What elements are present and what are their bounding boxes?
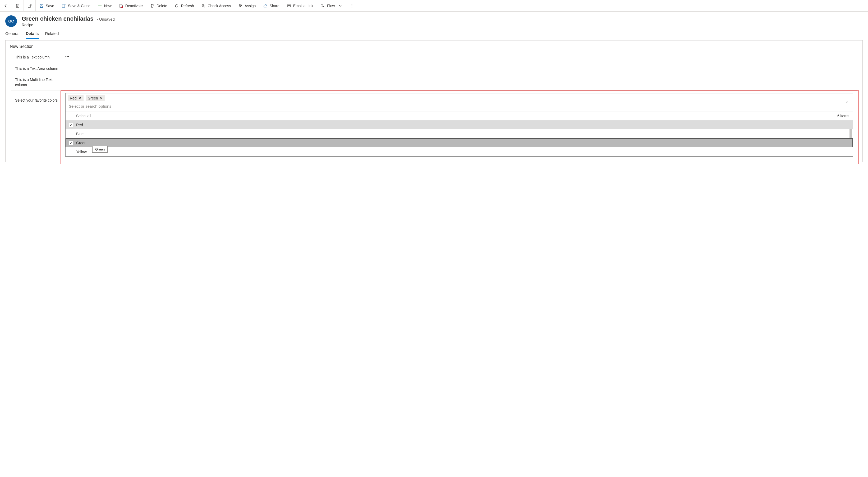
checkbox-checked-icon bbox=[69, 141, 73, 145]
field-label: This is a Multi-line Text column bbox=[15, 77, 65, 88]
save-close-icon bbox=[62, 4, 66, 8]
back-arrow-icon bbox=[4, 4, 8, 8]
option-green[interactable]: Green bbox=[66, 138, 852, 147]
chip-remove-icon[interactable] bbox=[100, 96, 103, 100]
refresh-icon bbox=[175, 4, 179, 8]
new-button[interactable]: New bbox=[94, 0, 115, 12]
option-label: Yellow bbox=[76, 150, 87, 154]
save-close-label: Save & Close bbox=[68, 4, 90, 8]
option-select-all[interactable]: Select all 6 items bbox=[66, 111, 852, 120]
svg-line-10 bbox=[204, 6, 205, 7]
option-yellow[interactable]: Yellow Green bbox=[66, 147, 852, 156]
section-title: New Section bbox=[5, 40, 863, 52]
chevron-down-icon bbox=[338, 4, 342, 8]
multiselect-dropdown: Select all 6 items Red Blue bbox=[65, 111, 853, 157]
chip-green: Green bbox=[86, 95, 105, 101]
field-label: Select your favorite colors bbox=[15, 93, 65, 103]
check-access-button[interactable]: Check Access bbox=[197, 0, 235, 12]
save-icon bbox=[39, 4, 43, 8]
tooltip: Green bbox=[92, 146, 107, 153]
share-button[interactable]: Share bbox=[259, 0, 283, 12]
refresh-label: Refresh bbox=[181, 4, 194, 8]
refresh-button[interactable]: Refresh bbox=[171, 0, 197, 12]
svg-point-11 bbox=[203, 5, 204, 5]
trash-icon bbox=[150, 4, 154, 8]
tab-details[interactable]: Details bbox=[26, 29, 39, 39]
more-vertical-icon bbox=[350, 4, 354, 8]
command-bar: Save Save & Close New Deactivate Delete … bbox=[0, 0, 868, 12]
tab-general[interactable]: General bbox=[5, 29, 19, 39]
checkbox-icon bbox=[69, 114, 73, 118]
svg-point-16 bbox=[351, 7, 352, 7]
deactivate-label: Deactivate bbox=[125, 4, 143, 8]
svg-point-12 bbox=[239, 4, 241, 5]
multiselect-control[interactable]: Red Green bbox=[65, 93, 853, 111]
check-access-label: Check Access bbox=[208, 4, 231, 8]
field-value: --- bbox=[65, 66, 853, 70]
checkbox-icon bbox=[69, 132, 73, 136]
check-access-icon bbox=[201, 4, 206, 8]
field-textarea[interactable]: This is a Text Area column --- bbox=[11, 63, 857, 74]
flow-label: Flow bbox=[327, 4, 335, 8]
chip-remove-icon[interactable] bbox=[78, 96, 82, 100]
deactivate-icon bbox=[119, 4, 123, 8]
form-tabs: General Details Related bbox=[0, 29, 868, 39]
multiselect-search-input[interactable] bbox=[68, 103, 842, 110]
option-label: Red bbox=[76, 123, 83, 127]
option-blue[interactable]: Blue bbox=[66, 129, 852, 138]
record-title: Green chicken enchiladas bbox=[22, 16, 93, 22]
save-close-button[interactable]: Save & Close bbox=[58, 0, 94, 12]
popout-button[interactable] bbox=[24, 0, 35, 12]
save-label: Save bbox=[46, 4, 54, 8]
record-avatar: GC bbox=[5, 16, 17, 27]
email-link-label: Email a Link bbox=[293, 4, 313, 8]
delete-button[interactable]: Delete bbox=[147, 0, 171, 12]
option-red[interactable]: Red bbox=[66, 120, 852, 129]
plus-icon bbox=[98, 4, 102, 8]
flow-icon bbox=[321, 4, 325, 8]
field-value: --- bbox=[65, 54, 853, 58]
svg-point-15 bbox=[351, 5, 352, 6]
assign-label: Assign bbox=[245, 4, 256, 8]
notes-button[interactable] bbox=[12, 0, 24, 12]
share-label: Share bbox=[270, 4, 279, 8]
back-button[interactable] bbox=[0, 0, 12, 12]
field-text[interactable]: This is a Text column --- bbox=[11, 52, 857, 63]
item-count: 6 items bbox=[837, 114, 849, 118]
record-header: GC Green chicken enchiladas - Unsaved Re… bbox=[0, 12, 868, 29]
share-icon bbox=[263, 4, 267, 8]
record-entity: Recipe bbox=[22, 23, 115, 27]
delete-label: Delete bbox=[157, 4, 167, 8]
field-colors: Select your favorite colors Red Green bbox=[11, 90, 857, 157]
assign-icon bbox=[238, 4, 243, 8]
assign-button[interactable]: Assign bbox=[235, 0, 259, 12]
svg-rect-6 bbox=[40, 6, 42, 7]
option-label: Green bbox=[76, 141, 87, 145]
field-label: This is a Text column bbox=[15, 54, 65, 60]
save-button[interactable]: Save bbox=[36, 0, 58, 12]
option-label: Blue bbox=[76, 132, 84, 136]
popout-icon bbox=[28, 4, 32, 8]
svg-point-14 bbox=[351, 4, 352, 4]
checkbox-checked-icon bbox=[69, 123, 73, 127]
checkbox-icon bbox=[69, 150, 73, 154]
new-label: New bbox=[104, 4, 112, 8]
field-multiline[interactable]: This is a Multi-line Text column --- bbox=[11, 74, 857, 90]
chevron-up-icon[interactable] bbox=[845, 100, 849, 105]
option-label: Select all bbox=[76, 114, 91, 118]
tab-related[interactable]: Related bbox=[45, 29, 59, 39]
email-link-button[interactable]: Email a Link bbox=[283, 0, 317, 12]
form-section: New Section This is a Text column --- Th… bbox=[5, 40, 863, 162]
overflow-button[interactable] bbox=[346, 0, 358, 12]
deactivate-button[interactable]: Deactivate bbox=[115, 0, 147, 12]
flow-button[interactable]: Flow bbox=[317, 0, 346, 12]
field-value: --- bbox=[65, 77, 853, 81]
chip-red: Red bbox=[68, 95, 84, 101]
record-save-status: - Unsaved bbox=[96, 17, 115, 22]
chip-label: Green bbox=[88, 96, 98, 100]
field-label: This is a Text Area column bbox=[15, 66, 65, 71]
email-icon bbox=[287, 4, 291, 8]
chip-label: Red bbox=[70, 96, 77, 100]
notes-icon bbox=[16, 4, 20, 8]
selected-chips: Red Green bbox=[68, 95, 842, 101]
